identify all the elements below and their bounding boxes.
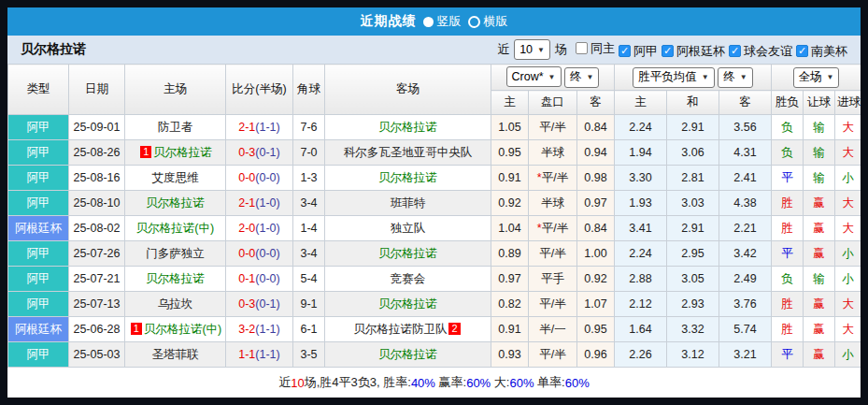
handicap-cell: 平手	[529, 267, 577, 292]
result-handicap-cell: 赢	[804, 342, 835, 368]
layout-radio-vertical[interactable]: 竖版	[423, 13, 462, 30]
summary-text-part: 60%	[509, 376, 534, 390]
mean-draw-cell: 2.93	[667, 292, 719, 317]
mean-home-cell: 2.26	[615, 342, 667, 368]
home-team-name: 艾度思维	[152, 171, 199, 184]
summary-text-part: 10	[291, 376, 304, 390]
mean-away-cell: 4.31	[719, 140, 772, 166]
home-team-name: 贝尔格拉诺	[146, 196, 205, 210]
mean-final-select[interactable]: 终▼	[718, 67, 752, 88]
checkbox-unchecked-icon[interactable]	[576, 42, 588, 54]
date-cell: 25-05-03	[69, 342, 125, 368]
col-corner: 角球	[293, 65, 325, 115]
col-type: 类型	[8, 65, 69, 115]
odds-away-cell: 0.98	[577, 166, 615, 191]
date-cell: 25-08-02	[69, 216, 125, 241]
date-cell: 25-08-10	[69, 191, 125, 216]
col-score: 比分(半场)	[226, 65, 293, 115]
red-card-badge: 2	[448, 323, 460, 335]
result-handicap-cell: 输	[804, 140, 835, 166]
result-wdl-cell: 胜	[772, 216, 804, 241]
home-team-name: 贝尔格拉诺	[146, 272, 205, 285]
checkbox-checked-icon[interactable]: ✓	[619, 45, 631, 57]
odds-home-cell: 0.93	[491, 342, 529, 368]
league-cell: 阿甲	[8, 166, 69, 191]
filter-checkbox-同主[interactable]: 同主	[576, 40, 615, 57]
match-row: 阿甲25-08-10贝尔格拉诺2-1(1-0)3-4班菲特0.92半球0.971…	[8, 191, 861, 216]
corner-cell: 1-4	[293, 216, 325, 241]
widget-frame: 近期战绩 竖版 横版 贝尔格拉诺 近 10 ▼ 场 同主✓阿甲✓阿根廷杯✓球会友…	[0, 0, 868, 405]
scope-select-value: 全场	[799, 69, 822, 85]
checkbox-checked-icon[interactable]: ✓	[662, 45, 674, 57]
summary-bar: 近10场,胜4平3负3, 胜率:40% 赢率:60% 大:60% 单率:60%	[7, 368, 861, 398]
date-cell: 25-08-16	[69, 166, 125, 191]
mean-draw-cell: 2.95	[667, 241, 719, 267]
away-team-name: 科尔多瓦圣地亚哥中央队	[344, 146, 473, 159]
result-wdl-cell: 负	[772, 267, 804, 292]
corner-cell: 1-3	[293, 166, 325, 191]
filter-checkbox-阿甲[interactable]: ✓阿甲	[619, 43, 658, 60]
widget-body: 近期战绩 竖版 横版 贝尔格拉诺 近 10 ▼ 场 同主✓阿甲✓阿根廷杯✓球会友…	[7, 7, 861, 398]
odds-home-cell: 0.95	[491, 140, 529, 166]
home-team-cell: 门多萨独立	[125, 241, 226, 267]
mean-away-cell: 3.76	[719, 292, 772, 317]
odds-away-cell: 1.00	[577, 241, 615, 267]
bookmaker-select-value: Crow*	[512, 70, 544, 83]
corner-cell: 3-4	[293, 241, 325, 267]
home-team-name: 圣塔菲联	[152, 348, 199, 361]
col-mean-away: 客	[719, 91, 772, 115]
odds-away-cell: 0.96	[577, 342, 615, 368]
layout-radio-horizontal[interactable]: 横版	[468, 13, 508, 30]
result-wdl-cell: 胜	[772, 191, 804, 216]
handicap-cell: *平/半	[529, 166, 577, 191]
summary-text-part: 近	[278, 374, 291, 391]
chevron-down-icon: ▼	[548, 73, 556, 81]
away-team-cell: 贝尔格拉诺	[325, 115, 491, 140]
fulltime-score: 3-2	[238, 323, 255, 336]
filter-checkbox-阿根廷杯[interactable]: ✓阿根廷杯	[662, 43, 725, 60]
scope-select[interactable]: 全场▼	[793, 67, 840, 88]
away-team-cell: 贝尔格拉诺	[325, 342, 491, 368]
checkbox-checked-icon[interactable]: ✓	[729, 45, 741, 57]
fulltime-score: 0-3	[238, 146, 255, 159]
odds-away-cell: 0.97	[577, 191, 615, 216]
odds-away-cell: 0.95	[577, 317, 615, 342]
checkbox-checked-icon[interactable]: ✓	[796, 45, 808, 57]
summary-text-part: 60%	[565, 376, 590, 390]
corner-cell: 5-4	[293, 267, 325, 292]
away-team-cell: 贝尔格拉诺	[325, 241, 491, 267]
away-team-cell: 班菲特	[325, 191, 491, 216]
handicap-cell: 平/半	[529, 241, 577, 267]
bookmaker-select[interactable]: Crow*▼	[506, 66, 562, 87]
away-team-name: 贝尔格拉诺	[378, 297, 437, 311]
mean-away-cell: 2.21	[719, 216, 772, 241]
score-cell: 1-1(1-1)	[226, 342, 293, 368]
result-wdl-cell: 平	[772, 166, 804, 191]
score-cell: 2-1(1-0)	[226, 191, 293, 216]
date-cell: 25-08-26	[69, 140, 125, 166]
odds-home-cell: 1.04	[491, 216, 529, 241]
chevron-down-icon: ▼	[587, 73, 594, 81]
result-handicap-cell: 赢	[804, 292, 835, 317]
fulltime-score: 0-3	[238, 297, 255, 311]
filter-checkbox-球会友谊[interactable]: ✓球会友谊	[729, 43, 792, 60]
fulltime-score: 0-0	[238, 171, 255, 184]
col-result-goals: 进球数	[835, 91, 861, 115]
halftime-score: (1-0)	[255, 222, 279, 235]
red-card-badge: 1	[140, 146, 151, 158]
filter-checkbox-南美杯[interactable]: ✓南美杯	[796, 43, 847, 60]
league-cell: 阿甲	[8, 241, 69, 267]
mean-away-cell: 2.41	[719, 166, 772, 191]
col-odds-handicap: 盘口	[529, 91, 577, 115]
score-cell: 0-3(0-1)	[226, 140, 293, 166]
odds-final-select[interactable]: 终▼	[564, 67, 599, 88]
handicap-cell: 平/半	[529, 292, 577, 317]
mean-home-cell: 2.88	[615, 267, 667, 292]
date-cell: 25-07-13	[69, 292, 125, 317]
away-team-cell: 竞赛会	[325, 267, 491, 292]
mean-select[interactable]: 胜平负均值▼	[633, 67, 714, 88]
home-team-cell: 艾度思维	[125, 166, 226, 191]
away-team-cell: 贝尔格拉诺防卫队2	[325, 317, 491, 342]
match-count-select[interactable]: 10 ▼	[514, 39, 550, 60]
results-tbody: 阿甲25-09-01防卫者2-1(1-1)7-6贝尔格拉诺1.05平/半0.84…	[8, 115, 861, 368]
